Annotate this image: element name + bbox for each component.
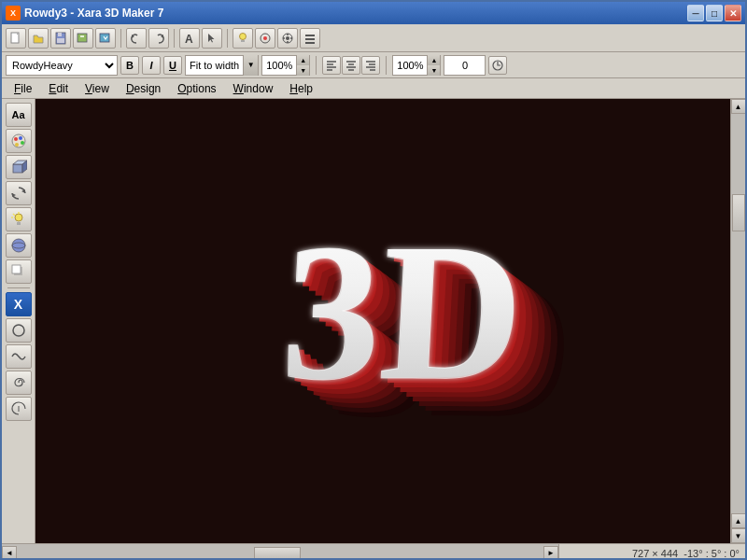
open-button[interactable] [28, 28, 49, 49]
color-tool-button[interactable] [6, 129, 32, 153]
align-center-button[interactable] [342, 56, 360, 75]
status-bar: 727 × 444 -13° : 5° : 0° [558, 544, 745, 560]
import-button[interactable] [95, 28, 116, 49]
angle-input[interactable]: 0 [444, 55, 486, 76]
align-center-icon [345, 60, 357, 71]
scroll-track-vertical[interactable] [731, 114, 746, 513]
spiral2-icon [10, 400, 27, 417]
save-icon [54, 32, 67, 45]
cursor-icon [205, 32, 218, 45]
minimize-button[interactable]: ─ [687, 5, 704, 21]
zoom-spinner-btns-2: ▲ ▼ [427, 55, 440, 76]
spiral2-tool-button[interactable] [6, 397, 32, 421]
horizontal-scrollbar: ◄ ► [2, 544, 558, 560]
light-icon [10, 211, 27, 228]
menu-file[interactable]: File [6, 79, 40, 98]
more-button[interactable] [300, 28, 320, 49]
close-button[interactable]: ✕ [725, 5, 741, 21]
zoom-up-1[interactable]: ▲ [296, 55, 309, 65]
separator-3 [227, 29, 228, 48]
new-icon [9, 32, 22, 45]
shadow-icon [10, 263, 27, 280]
scroll-right-button[interactable]: ► [543, 546, 558, 561]
underline-button[interactable]: U [163, 56, 182, 75]
circle-tool-button[interactable] [6, 318, 32, 343]
maximize-button[interactable]: □ [706, 5, 723, 21]
rotate-tool-button[interactable] [6, 181, 32, 205]
color-icon [259, 32, 272, 45]
title-bar: X Rowdy3 - Xara 3D Maker 7 ─ □ ✕ [2, 2, 745, 24]
cube-icon [10, 159, 27, 175]
color-button[interactable] [255, 28, 275, 49]
zoom-down-1[interactable]: ▼ [296, 65, 309, 76]
wave-tool-button[interactable] [6, 344, 32, 369]
left-toolbar: Aa X [2, 99, 35, 543]
menu-design[interactable]: Design [118, 79, 169, 98]
options-button[interactable] [277, 28, 298, 49]
spiral1-tool-button[interactable] [6, 371, 32, 395]
import-icon [99, 32, 112, 45]
redo-button[interactable] [148, 28, 169, 49]
title-bar-left: X Rowdy3 - Xara 3D Maker 7 [6, 6, 163, 21]
options-icon [281, 32, 294, 45]
redo-icon [152, 32, 165, 45]
rotate-reset-button[interactable] [488, 56, 507, 75]
main-area: Aa X [2, 99, 745, 543]
menu-window[interactable]: Window [225, 79, 282, 98]
svg-rect-20 [305, 35, 315, 36]
status-rotation: -13° : 5° : 0° [684, 548, 740, 559]
bulb-icon [236, 32, 249, 45]
xara-tool-button[interactable]: X [6, 292, 32, 316]
bold-button[interactable]: B [120, 56, 139, 75]
spiral1-icon [10, 374, 27, 391]
more-icon [303, 32, 317, 45]
svg-point-49 [12, 239, 25, 252]
rotate-reset-icon [491, 59, 504, 72]
cursor-button[interactable] [202, 28, 222, 49]
zoom-down-2[interactable]: ▼ [427, 65, 440, 76]
scroll-up-small-button[interactable]: ▲ [731, 513, 746, 528]
scroll-thumb-vertical[interactable] [732, 194, 745, 231]
texture-tool-button[interactable] [6, 233, 32, 258]
scroll-track-horizontal[interactable] [17, 546, 543, 561]
texture-icon [10, 237, 27, 254]
fit-dropdown[interactable]: Fit to width ▼ [185, 55, 259, 76]
font-selector[interactable]: RowdyHeavy [6, 55, 118, 76]
text-tool-button[interactable]: Aa [6, 103, 32, 127]
save-button[interactable] [50, 28, 71, 49]
svg-rect-2 [58, 33, 62, 36]
bulb-button[interactable] [233, 28, 253, 49]
export-button[interactable] [73, 28, 93, 49]
zoom-up-2[interactable]: ▲ [427, 55, 440, 65]
svg-line-47 [13, 214, 15, 216]
fit-dropdown-arrow[interactable]: ▼ [243, 55, 258, 76]
menu-view[interactable]: View [77, 79, 118, 98]
svg-point-53 [13, 325, 24, 336]
toolbar-main: A [2, 24, 745, 52]
scroll-thumb-horizontal[interactable] [254, 547, 301, 560]
scroll-up-button[interactable]: ▲ [731, 99, 746, 114]
text-button[interactable]: A [179, 28, 200, 49]
svg-rect-21 [305, 38, 315, 40]
new-button[interactable] [6, 28, 26, 49]
menu-edit[interactable]: Edit [40, 79, 77, 98]
left-toolbar-separator [7, 287, 30, 288]
align-left-button[interactable] [322, 56, 341, 75]
undo-button[interactable] [126, 28, 147, 49]
extrude-tool-button[interactable] [6, 155, 32, 179]
canvas-area[interactable]: 3D 3D 3D 3D 3D 3D 3D 3D 3D 3D [35, 99, 730, 543]
italic-button[interactable]: I [142, 56, 161, 75]
svg-point-13 [263, 36, 267, 40]
svg-rect-52 [12, 265, 21, 273]
scroll-down-small-button[interactable]: ▼ [731, 528, 746, 543]
light-tool-button[interactable] [6, 207, 32, 231]
menu-help[interactable]: Help [281, 79, 321, 98]
scroll-left-button[interactable]: ◄ [2, 546, 17, 561]
menu-options[interactable]: Options [169, 79, 224, 98]
svg-point-37 [14, 137, 18, 141]
zoom-spinner-2: 100% ▲ ▼ [392, 55, 441, 76]
svg-rect-45 [17, 222, 21, 225]
shadow-tool-button[interactable] [6, 259, 32, 284]
align-right-button[interactable] [361, 56, 380, 75]
zoom-value-2: 100% [393, 60, 427, 71]
